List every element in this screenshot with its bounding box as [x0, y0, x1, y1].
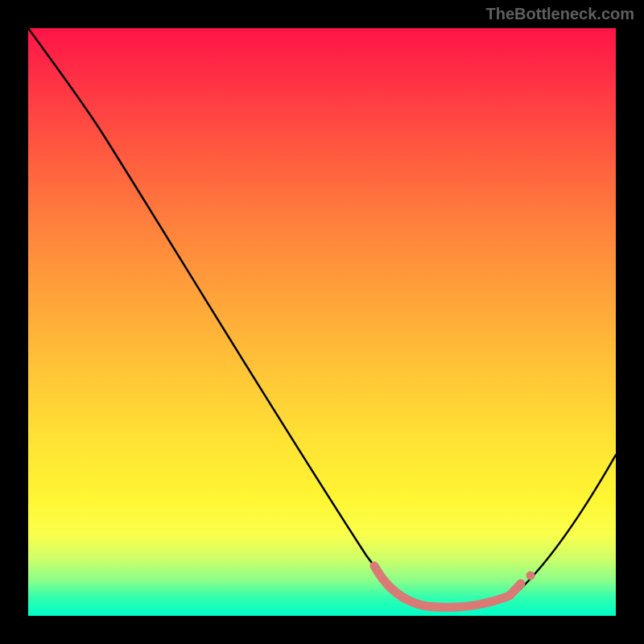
- optimal-range-marker: [374, 566, 521, 607]
- plot-area: [28, 28, 616, 616]
- marker-dot: [526, 572, 535, 580]
- watermark-text: TheBottleneck.com: [486, 5, 634, 23]
- curve-svg: [28, 28, 616, 616]
- bottleneck-curve: [28, 28, 616, 606]
- chart-container: TheBottleneck.com: [0, 0, 644, 644]
